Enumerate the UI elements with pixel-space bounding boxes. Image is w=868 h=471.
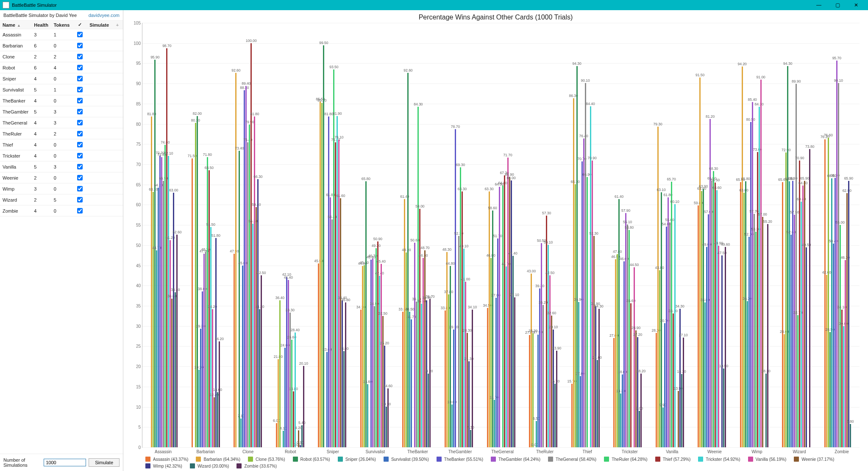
legend-swatch: [196, 457, 201, 462]
simulate-checkbox[interactable]: [77, 43, 83, 48]
col-tokens[interactable]: Tokens: [51, 21, 73, 29]
minimize-button[interactable]: —: [810, 0, 828, 10]
legend-item[interactable]: Barbarian (64.34%): [196, 457, 240, 462]
table-row[interactable]: TheGambler53: [0, 106, 123, 117]
simulate-checkbox[interactable]: [77, 120, 83, 125]
legend-item[interactable]: TheRuler (64.28%): [604, 457, 647, 462]
table-row[interactable]: Weenie20: [0, 172, 123, 183]
sim-count-input[interactable]: [44, 459, 86, 466]
legend-label: Vanilla (56.19%): [756, 457, 787, 462]
y-tick: 60: [129, 202, 141, 207]
legend-item[interactable]: TheGambler (64.24%): [491, 457, 540, 462]
legend-item[interactable]: Zombie (33.67%): [236, 463, 277, 468]
table-row[interactable]: Wizard25: [0, 194, 123, 205]
cell-tokens: 0: [51, 150, 73, 161]
cell-tokens: 0: [51, 139, 73, 150]
simulate-checkbox[interactable]: [77, 197, 83, 202]
bar: 100.00: [250, 43, 252, 447]
legend-item[interactable]: Sniper (26.04%): [338, 457, 376, 462]
simulate-checkbox[interactable]: [77, 131, 83, 136]
bar: 35.20: [542, 305, 544, 447]
table-row[interactable]: TheGeneral43: [0, 117, 123, 128]
bar: 76.40: [583, 139, 584, 447]
bar: 6.00: [276, 423, 277, 447]
simulate-checkbox[interactable]: [77, 32, 83, 37]
table-row[interactable]: TheRuler42: [0, 128, 123, 139]
simulate-checkbox[interactable]: [77, 175, 83, 180]
legend-item[interactable]: Thief (57.29%): [655, 457, 691, 462]
y-tick: 95: [129, 61, 141, 66]
simulate-checkbox[interactable]: [77, 109, 83, 114]
legend-item[interactable]: Weenie (37.17%): [794, 457, 834, 462]
legend-item[interactable]: Trickster (54.92%): [698, 457, 740, 462]
table-row[interactable]: Thief40: [0, 139, 123, 150]
table-row[interactable]: Vanilla53: [0, 161, 123, 172]
bar: 66.00: [511, 180, 512, 447]
simulate-checkbox[interactable]: [77, 186, 83, 191]
table-row[interactable]: Barbarian60: [0, 40, 123, 51]
bar: 34.30: [598, 309, 600, 447]
table-row[interactable]: Survivalist51: [0, 84, 123, 95]
simulate-checkbox[interactable]: [77, 76, 83, 81]
bar: 19.20: [198, 370, 200, 447]
bar: 28.90: [635, 330, 637, 447]
bar: 84.30: [759, 107, 760, 447]
cell-name: TheRuler: [0, 128, 31, 139]
table-row[interactable]: Clone22: [0, 51, 123, 62]
bar: 68.50: [209, 170, 210, 447]
x-label: Vanilla: [651, 448, 693, 454]
bar: 48.30: [205, 252, 206, 447]
cell-name: TheGeneral: [0, 117, 31, 128]
simulate-checkbox[interactable]: [77, 153, 83, 158]
col-name[interactable]: Name▲: [0, 21, 31, 29]
bar: 51.70: [497, 238, 498, 447]
legend-item[interactable]: Clone (53.76%): [248, 457, 285, 462]
simulate-checkbox[interactable]: [77, 164, 83, 169]
simulate-checkbox[interactable]: [77, 54, 83, 59]
table-row[interactable]: Sniper40: [0, 73, 123, 84]
simulate-checkbox[interactable]: [77, 208, 83, 213]
legend-label: Thief (57.29%): [663, 457, 691, 462]
legend-item[interactable]: Survivalist (39.50%): [384, 457, 429, 462]
col-check[interactable]: ✓: [72, 21, 87, 29]
bar: 43.80: [659, 270, 660, 447]
bar: 92.60: [407, 73, 409, 447]
bar: 20.10: [303, 366, 304, 447]
author-link[interactable]: davidvyee.com: [89, 13, 120, 18]
table-row[interactable]: TheBanker40: [0, 95, 123, 106]
cell-name: Robot: [0, 62, 31, 73]
table-row[interactable]: Wimp30: [0, 183, 123, 194]
simulate-button[interactable]: Simulate: [89, 458, 120, 467]
legend-item[interactable]: TheBanker (55.51%): [437, 457, 483, 462]
bar: 52.30: [593, 236, 595, 447]
col-simulate[interactable]: Simulate: [87, 21, 112, 29]
table-row[interactable]: Trickster40: [0, 150, 123, 161]
close-button[interactable]: ✕: [847, 0, 865, 10]
maximize-button[interactable]: ▢: [828, 0, 847, 10]
window-title: BattleBattle Simulator: [12, 3, 57, 8]
simulate-checkbox[interactable]: [77, 87, 83, 92]
bar: 54.60: [666, 227, 667, 447]
bar: 52.60: [176, 235, 178, 447]
simulate-checkbox[interactable]: [77, 65, 83, 70]
col-extra[interactable]: +: [112, 21, 123, 29]
legend-label: Zombie (33.67%): [244, 464, 277, 468]
y-tick: 40: [129, 283, 141, 288]
table-row[interactable]: Zombie40: [0, 205, 123, 216]
col-health[interactable]: Health: [31, 21, 51, 29]
legend-item[interactable]: Assassin (43.37%): [145, 457, 188, 462]
legend-item[interactable]: Robot (63.57%): [293, 457, 330, 462]
bar: 79.90: [249, 125, 250, 447]
bar: 65.90: [163, 181, 164, 447]
table-row[interactable]: Robot64: [0, 62, 123, 73]
simulate-checkbox[interactable]: [77, 98, 83, 103]
cell-tokens: 1: [51, 29, 73, 40]
legend-item[interactable]: TheGeneral (58.40%): [548, 457, 596, 462]
legend-item[interactable]: Wizard (20.00%): [190, 463, 229, 468]
legend-item[interactable]: Wimp (42.32%): [145, 463, 182, 468]
bar: 36.70: [429, 299, 431, 447]
bar: 28.50: [829, 332, 831, 447]
table-row[interactable]: Assassin31: [0, 29, 123, 40]
legend-item[interactable]: Vanilla (56.19%): [748, 457, 787, 462]
simulate-checkbox[interactable]: [77, 142, 83, 147]
